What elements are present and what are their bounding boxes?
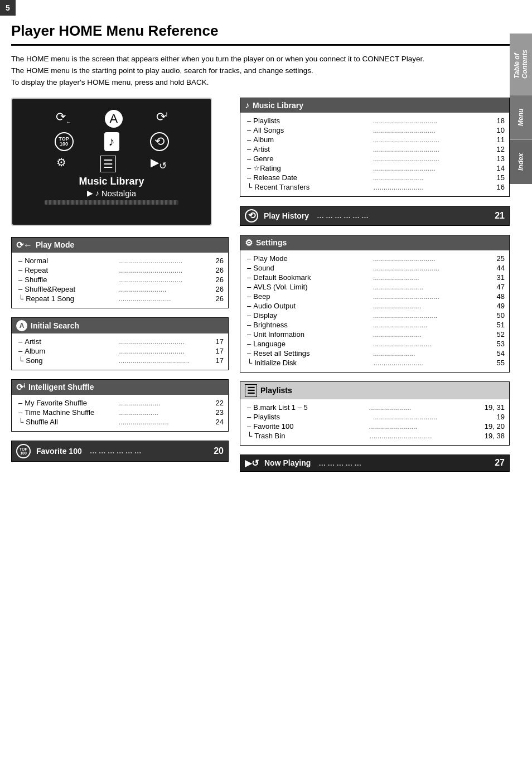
list-item: – My Favorite Shuffle ..................… <box>16 398 224 408</box>
player-row2: TOP100 ♪ ⟲ <box>39 132 184 151</box>
list-item: └ Initialize Disk ......................… <box>245 358 505 368</box>
intro-paragraph-1: The HOME menu is the screen that appears… <box>11 54 510 89</box>
main-content: Player HOME Menu Reference The HOME menu… <box>11 6 510 481</box>
initial-search-body: – Artist ...............................… <box>12 333 228 370</box>
initial-search-header: A Initial Search <box>12 318 228 333</box>
list-item: – Language .............................… <box>245 339 505 349</box>
music-library-icon: ♪ <box>245 100 249 110</box>
list-item: – Sound ................................… <box>245 263 505 273</box>
settings-body: – Play Mode ............................… <box>240 250 509 372</box>
music-library-title: Music Library <box>253 101 303 110</box>
list-item: – AVLS (Vol. Limit) ....................… <box>245 282 505 292</box>
list-item: – Audio Output ........................ … <box>245 301 505 311</box>
settings-icon: ⚙ <box>245 238 253 248</box>
list-item: – All Songs ............................… <box>245 125 505 135</box>
section-playlists: ☰ Playlists – B.mark List 1 – 5 ........… <box>240 381 510 446</box>
now-playing-dots: …………… <box>318 459 491 467</box>
intelligent-shuffle-title: Intelligent Shuffle <box>28 383 94 391</box>
player-sublabel: ▶ ♪ Nostalgia <box>87 188 136 198</box>
list-item: – Default Bookmark .....................… <box>245 273 505 282</box>
playlists-body: – B.mark List 1 – 5 ....................… <box>240 399 509 445</box>
play-mode-title: Play Mode <box>36 240 74 249</box>
player-screen: ⟳← A ⟳i TOP100 ♪ ⟲ ⚙ ☰ ▶↺ <box>12 99 211 225</box>
play-mode-header: ⟳← Play Mode <box>12 238 228 253</box>
icon-search: A <box>105 110 123 128</box>
now-playing-num: 27 <box>495 458 505 468</box>
list-item: – B.mark List 1 – 5 ....................… <box>245 403 505 412</box>
settings-header: ⚙ Settings <box>240 235 509 250</box>
list-item: └ Repeat 1 Song ........................… <box>16 294 224 303</box>
intelligent-shuffle-icon: ⟳ⁱ <box>16 382 25 393</box>
page-number: 5 <box>0 0 16 16</box>
section-intelligent-shuffle: ⟳ⁱ Intelligent Shuffle – My Favorite Shu… <box>11 379 229 432</box>
music-library-header: ♪ Music Library <box>240 98 509 113</box>
play-history-icon: ⟲ <box>245 209 258 223</box>
player-image: ⟳← A ⟳i TOP100 ♪ ⟲ ⚙ ☰ ▶↺ <box>11 98 212 226</box>
play-mode-body: – Normal ...............................… <box>12 253 228 308</box>
list-item: – Release Date .........................… <box>245 173 505 182</box>
list-item: – Reset all Settings ...................… <box>245 349 505 358</box>
player-label: Music Library <box>79 176 144 187</box>
list-item: – Brightness ...........................… <box>245 320 505 330</box>
intelligent-shuffle-header: ⟳ⁱ Intelligent Shuffle <box>12 380 228 395</box>
music-library-body: – Playlists ............................… <box>240 113 509 196</box>
player-row3: ⚙ ☰ ▶↺ <box>39 156 184 172</box>
play-history-num: 21 <box>495 211 505 221</box>
list-item: – Time Machine Shuffle .................… <box>16 408 224 417</box>
playlists-header: ☰ Playlists <box>240 382 509 399</box>
list-item: – Genre ................................… <box>245 154 505 163</box>
dash: – <box>18 257 22 265</box>
list-item: – Album ................................… <box>16 346 224 356</box>
list-item: – ☆Rating ..............................… <box>245 163 505 173</box>
item-num: 26 <box>211 257 224 265</box>
list-item: – Play Mode ............................… <box>245 254 505 263</box>
section-initial-search: A Initial Search – Artist ..............… <box>11 317 229 370</box>
now-playing-icon: ▶↺ <box>245 458 259 468</box>
two-column-layout: ⟳← A ⟳i TOP100 ♪ ⟲ ⚙ ☰ ▶↺ <box>11 98 510 481</box>
icon-music-library: ♪ <box>104 132 119 151</box>
list-item: └ Trash Bin ............................… <box>245 431 505 441</box>
favorite100-header: TOP100 Favorite 100 ……………… 20 <box>12 441 228 461</box>
list-item: └ Song .................................… <box>16 356 224 365</box>
side-tabs: Table ofContents Menu Index <box>510 33 532 184</box>
list-item: – Album ................................… <box>245 135 505 144</box>
icon-now-playing: ▶↺ <box>151 156 167 172</box>
play-history-header: ⟲ Play History ……………… 21 <box>240 206 509 225</box>
playlists-title: Playlists <box>260 386 292 395</box>
list-item: – Shuffle ..............................… <box>16 275 224 284</box>
initial-search-title: Initial Search <box>31 321 79 330</box>
top100-icon: TOP100 <box>16 444 31 458</box>
list-item: – Playlists ............................… <box>245 116 505 125</box>
play-history-dots: ……………… <box>317 211 491 220</box>
icon-playlists: ☰ <box>100 156 116 172</box>
list-item: – Playlists ............................… <box>245 412 505 422</box>
dots: ................................ <box>118 257 211 265</box>
list-item: └ Shuffle All ......................... … <box>16 417 224 427</box>
tab-menu[interactable]: Menu <box>510 95 532 139</box>
list-item: – Favorite 100 ........................ … <box>245 422 505 431</box>
section-now-playing: ▶↺ Now Playing …………… 27 <box>240 454 510 472</box>
player-row1: ⟳← A ⟳i <box>39 110 184 128</box>
play-history-title: Play History <box>264 211 309 220</box>
list-item: – Repeat ...............................… <box>16 265 224 275</box>
list-item: – Normal ...............................… <box>16 256 224 265</box>
list-item: – Unit Information .....................… <box>245 330 505 339</box>
list-item: – Artist ...............................… <box>16 337 224 346</box>
section-settings: ⚙ Settings – Play Mode .................… <box>240 235 510 373</box>
right-column: ♪ Music Library – Playlists ............… <box>240 98 510 481</box>
icon-settings: ⚙ <box>56 156 66 172</box>
section-play-history: ⟲ Play History ……………… 21 <box>240 206 510 226</box>
section-music-library: ♪ Music Library – Playlists ............… <box>240 98 510 197</box>
play-mode-icon: ⟳← <box>16 240 32 250</box>
icon-top100: TOP100 <box>55 132 74 151</box>
tab-toc[interactable]: Table ofContents <box>510 33 532 95</box>
list-item: – Artist ...............................… <box>245 144 505 154</box>
icon-play-history: ⟲ <box>150 132 169 151</box>
intelligent-shuffle-body: – My Favorite Shuffle ..................… <box>12 395 228 431</box>
favorite100-num: 20 <box>214 446 224 456</box>
tab-index[interactable]: Index <box>510 139 532 184</box>
item-name: Normal <box>25 257 118 265</box>
list-item: └ Recent Transfers .....................… <box>245 182 505 192</box>
icon-intelligent-shuffle: ⟳i <box>156 110 167 128</box>
section-play-mode: ⟳← Play Mode – Normal ..................… <box>11 237 229 308</box>
